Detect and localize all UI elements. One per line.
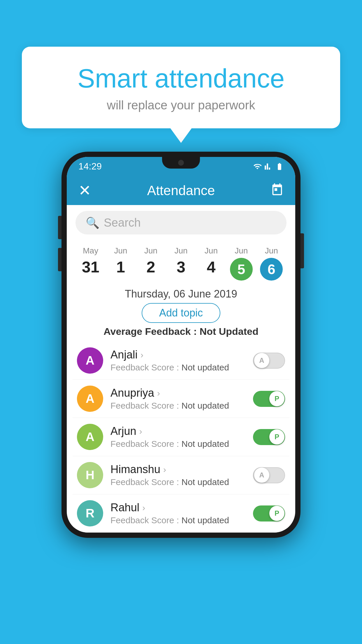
chevron-icon: › (142, 503, 145, 513)
search-icon: 🔍 (86, 216, 99, 229)
chevron-icon: › (140, 350, 143, 360)
avg-feedback-label: Average Feedback : (103, 326, 199, 337)
date-day: 6 (260, 258, 283, 281)
date-strip: May31Jun1Jun2Jun3Jun4Jun5Jun6 (67, 240, 295, 285)
bubble-subtitle: will replace your paperwork (45, 98, 317, 112)
toggle-knob-2: P (269, 429, 284, 444)
page-title: Attendance (147, 183, 215, 198)
app-header: ✕ Attendance (67, 176, 295, 205)
date-month: Jun (166, 246, 196, 256)
feedback-score-3: Feedback Score : Not updated (110, 477, 253, 487)
search-bar[interactable]: 🔍 Search (75, 211, 287, 235)
student-row-4[interactable]: RRahul ›Feedback Score : Not updatedP (73, 494, 289, 533)
signal-icon (264, 162, 273, 171)
date-day: 3 (166, 258, 196, 276)
attendance-toggle-0[interactable]: A (253, 353, 285, 369)
phone-power-btn (301, 233, 304, 268)
date-month: Jun (106, 246, 136, 256)
phone-notch (162, 157, 200, 169)
date-day: 4 (196, 258, 226, 276)
feedback-score-4: Feedback Score : Not updated (110, 515, 253, 525)
phone-volume-btn-2 (58, 248, 61, 271)
date-month: Jun (226, 246, 256, 256)
student-info-3: Himanshu ›Feedback Score : Not updated (110, 463, 253, 487)
date-col-0[interactable]: May31 (75, 245, 106, 277)
chevron-icon: › (157, 388, 160, 398)
student-name-2: Arjun › (110, 425, 253, 438)
toggle-knob-0: A (254, 353, 269, 368)
date-month: Jun (136, 246, 166, 256)
date-day: 1 (106, 258, 136, 276)
student-name-4: Rahul › (110, 501, 253, 514)
date-day: 2 (136, 258, 166, 276)
add-topic-button[interactable]: Add topic (142, 303, 220, 323)
date-col-2[interactable]: Jun2 (136, 245, 166, 277)
toggle-knob-3: A (254, 468, 269, 483)
student-info-1: Anupriya ›Feedback Score : Not updated (110, 387, 253, 411)
date-month: Jun (196, 246, 226, 256)
student-list: AAnjali ›Feedback Score : Not updatedAAA… (67, 342, 295, 533)
student-name-0: Anjali › (110, 349, 253, 361)
student-row-1[interactable]: AAnupriya ›Feedback Score : Not updatedP (73, 380, 289, 418)
speech-bubble: Smart attendance will replace your paper… (22, 47, 340, 128)
feedback-score-1: Feedback Score : Not updated (110, 401, 253, 411)
bubble-title: Smart attendance (45, 64, 317, 93)
student-name-1: Anupriya › (110, 387, 253, 399)
student-row-2[interactable]: AArjun ›Feedback Score : Not updatedP (73, 418, 289, 456)
avatar-4: R (77, 500, 103, 526)
avatar-1: A (77, 386, 103, 412)
chevron-icon: › (139, 426, 142, 436)
attendance-toggle-4[interactable]: P (253, 505, 285, 522)
date-col-5[interactable]: Jun5 (226, 245, 256, 282)
student-name-3: Himanshu › (110, 463, 253, 476)
avatar-0: A (77, 347, 103, 374)
feedback-score-0: Feedback Score : Not updated (110, 363, 253, 372)
student-info-4: Rahul ›Feedback Score : Not updated (110, 501, 253, 525)
add-topic-label: Add topic (159, 307, 203, 319)
avg-feedback-value: Not Updated (200, 326, 259, 337)
phone-screen: 14:29 ✕ Attendance (67, 157, 295, 533)
avatar-2: A (77, 424, 103, 450)
avatar-3: H (77, 462, 103, 488)
date-month: May (75, 246, 106, 256)
date-col-4[interactable]: Jun4 (196, 245, 226, 277)
date-col-1[interactable]: Jun1 (106, 245, 136, 277)
attendance-toggle-1[interactable]: P (253, 391, 285, 407)
wifi-icon (253, 162, 261, 171)
avg-feedback: Average Feedback : Not Updated (67, 326, 295, 337)
calendar-icon[interactable] (271, 183, 284, 198)
date-day: 5 (230, 258, 253, 281)
toggle-knob-4: P (269, 506, 284, 521)
date-day: 31 (75, 258, 106, 276)
battery-icon (275, 162, 284, 171)
date-col-3[interactable]: Jun3 (166, 245, 196, 277)
date-month: Jun (256, 246, 287, 256)
status-time: 14:29 (78, 161, 102, 172)
student-row-0[interactable]: AAnjali ›Feedback Score : Not updatedA (73, 342, 289, 380)
toggle-knob-1: P (269, 391, 284, 406)
selected-date-label: Thursday, 06 June 2019 (67, 288, 295, 300)
phone-mockup: 14:29 ✕ Attendance (61, 152, 301, 538)
front-camera (178, 160, 184, 166)
attendance-toggle-3[interactable]: A (253, 467, 285, 483)
student-info-2: Arjun ›Feedback Score : Not updated (110, 425, 253, 449)
date-col-6[interactable]: Jun6 (256, 245, 287, 282)
status-icons (253, 162, 284, 171)
chevron-icon: › (163, 465, 166, 475)
student-row-3[interactable]: HHimanshu ›Feedback Score : Not updatedA (73, 456, 289, 494)
close-button[interactable]: ✕ (78, 182, 91, 199)
student-info-0: Anjali ›Feedback Score : Not updated (110, 349, 253, 372)
feedback-score-2: Feedback Score : Not updated (110, 439, 253, 449)
phone-volume-btn-1 (58, 216, 61, 239)
search-input[interactable]: Search (104, 216, 276, 229)
attendance-toggle-2[interactable]: P (253, 429, 285, 445)
